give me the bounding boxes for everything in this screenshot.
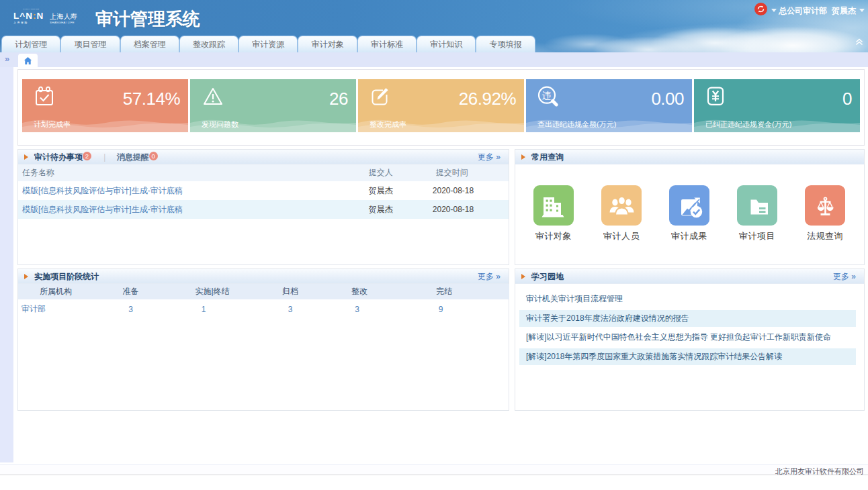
svg-text:违: 违 — [542, 90, 552, 101]
